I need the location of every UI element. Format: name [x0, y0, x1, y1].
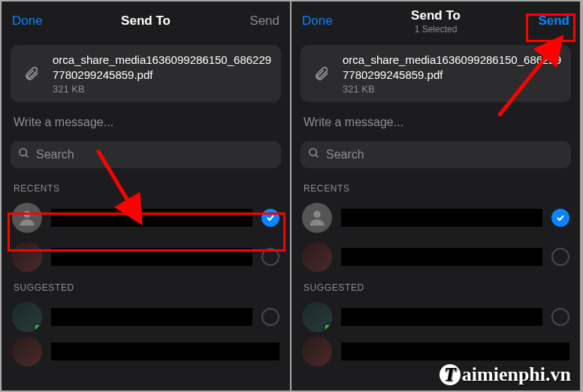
- message-input[interactable]: Write a message...: [292, 107, 580, 138]
- search-input[interactable]: Search: [11, 141, 281, 168]
- contact-row[interactable]: [2, 198, 290, 237]
- message-input[interactable]: Write a message...: [2, 107, 290, 138]
- online-dot-icon: [323, 323, 332, 332]
- search-icon: [18, 147, 30, 162]
- paperclip-icon: [20, 62, 44, 86]
- check-empty-icon[interactable]: [551, 248, 569, 266]
- search-placeholder: Search: [326, 148, 364, 161]
- svg-point-0: [20, 149, 26, 155]
- header: Done Send To 1 Selected Send: [292, 2, 580, 41]
- contact-name-redacted: [51, 248, 252, 266]
- svg-point-5: [310, 149, 316, 155]
- svg-line-6: [316, 155, 318, 157]
- avatar: [302, 336, 332, 366]
- svg-line-1: [26, 155, 28, 157]
- contact-row[interactable]: [2, 237, 290, 276]
- contact-row[interactable]: [2, 336, 290, 366]
- panel-right: Done Send To 1 Selected Send orca_share_…: [292, 2, 581, 390]
- watermark: Taimienphi.vn: [440, 363, 571, 386]
- avatar: [302, 242, 332, 272]
- attachment-name: orca_share_media1636099286150_6862297780…: [343, 53, 562, 82]
- attachment-card[interactable]: orca_share_media1636099286150_6862297780…: [301, 45, 571, 102]
- attachment-size: 321 KB: [53, 83, 272, 95]
- contact-name-redacted: [51, 209, 252, 227]
- done-button[interactable]: Done: [302, 14, 347, 29]
- avatar: [302, 203, 332, 233]
- panel-left: Done Send To Send orca_share_media163609…: [2, 2, 292, 390]
- svg-point-7: [313, 211, 320, 218]
- online-dot-icon: [33, 323, 42, 332]
- contact-name-redacted: [51, 342, 279, 360]
- check-icon[interactable]: [261, 209, 279, 227]
- contact-name-redacted: [341, 308, 542, 326]
- contact-row[interactable]: [2, 297, 290, 336]
- contact-name-redacted: [341, 209, 542, 227]
- contact-row[interactable]: [292, 297, 580, 336]
- section-suggested: SUGGESTED: [2, 276, 290, 297]
- check-icon[interactable]: [551, 209, 569, 227]
- attachment-size: 321 KB: [343, 83, 562, 95]
- avatar: [12, 302, 42, 332]
- page-title: Send To: [57, 14, 234, 29]
- search-input[interactable]: Search: [301, 141, 571, 168]
- check-empty-icon[interactable]: [551, 308, 569, 326]
- header: Done Send To Send: [2, 2, 290, 41]
- check-empty-icon[interactable]: [261, 308, 279, 326]
- attachment-name: orca_share_media1636099286150_6862297780…: [53, 53, 272, 82]
- search-icon: [308, 147, 320, 162]
- check-empty-icon[interactable]: [261, 248, 279, 266]
- section-suggested: SUGGESTED: [292, 276, 580, 297]
- contact-name-redacted: [51, 308, 252, 326]
- page-title: Send To: [347, 8, 524, 23]
- section-recents: RECENTS: [2, 177, 290, 198]
- contact-name-redacted: [341, 342, 569, 360]
- contact-row[interactable]: [292, 237, 580, 276]
- done-button[interactable]: Done: [12, 14, 57, 29]
- section-recents: RECENTS: [292, 177, 580, 198]
- avatar: [12, 203, 42, 233]
- avatar: [302, 302, 332, 332]
- search-placeholder: Search: [36, 148, 74, 161]
- svg-point-2: [23, 211, 30, 218]
- avatar: [12, 242, 42, 272]
- send-button[interactable]: Send: [234, 14, 279, 29]
- contact-row[interactable]: [292, 198, 580, 237]
- attachment-card[interactable]: orca_share_media1636099286150_6862297780…: [11, 45, 281, 102]
- contact-name-redacted: [341, 248, 542, 266]
- contact-row[interactable]: [292, 336, 580, 366]
- send-button[interactable]: Send: [524, 14, 569, 29]
- paperclip-icon: [310, 62, 334, 86]
- avatar: [12, 336, 42, 366]
- selected-count: 1 Selected: [347, 24, 524, 35]
